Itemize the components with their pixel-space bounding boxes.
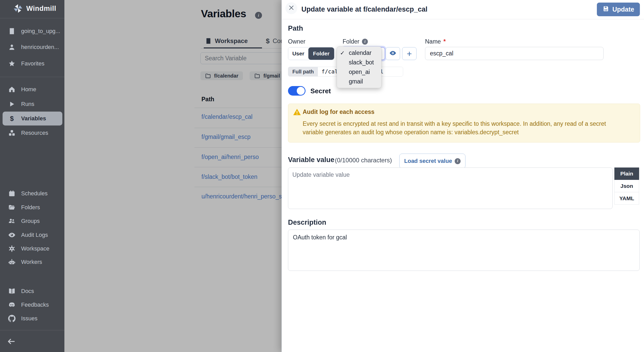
eye-icon xyxy=(389,49,396,58)
name-input[interactable] xyxy=(425,47,604,60)
variable-value-textarea[interactable] xyxy=(288,167,613,209)
gear-icon xyxy=(8,245,16,253)
path-section-heading: Path xyxy=(288,24,303,32)
sidebar-item-resources[interactable]: Resources xyxy=(3,126,62,140)
load-secret-value-button[interactable]: Load secret value i xyxy=(399,154,465,169)
warning-icon xyxy=(293,108,301,117)
owner-kind-user[interactable]: User xyxy=(288,47,308,60)
sidebar-item-docs[interactable]: Docs xyxy=(3,284,62,298)
sidebar-item-folders[interactable]: Folders xyxy=(3,200,62,214)
sidebar-item-audit-logs[interactable]: Audit Logs xyxy=(3,228,62,242)
sidebar-item-workers[interactable]: Workers xyxy=(3,255,62,269)
star-icon xyxy=(8,60,16,68)
windmill-logo[interactable]: Windmill xyxy=(0,2,64,15)
dropdown-option-open-ai[interactable]: open_ai xyxy=(337,67,381,77)
sidebar-item-workspace-settings[interactable]: Workspace xyxy=(3,242,62,256)
full-path-label: Full path xyxy=(288,67,318,76)
github-icon xyxy=(8,314,16,323)
user-icon xyxy=(8,43,16,51)
owner-kind-toggle: User Folder xyxy=(288,47,334,60)
warning-text-line2: variable generates an audit log whose op… xyxy=(303,129,519,136)
update-variable-drawer: Update variable at f/calendar/escp_cal U… xyxy=(282,0,644,352)
character-counter: (0/10000 characters) xyxy=(335,157,392,164)
save-icon xyxy=(603,5,609,14)
dropdown-option-gmail[interactable]: gmail xyxy=(337,77,381,86)
sidebar-item-schedules[interactable]: Schedules xyxy=(3,187,62,200)
close-button[interactable] xyxy=(285,2,297,14)
drawer-title: Update variable at f/calendar/escp_cal xyxy=(301,5,427,13)
eye-icon xyxy=(8,231,16,239)
dropdown-option-slack-bot[interactable]: slack_bot xyxy=(337,58,381,67)
view-folder-button[interactable] xyxy=(386,47,400,60)
required-asterisk: * xyxy=(443,38,446,45)
sidebar-item-issues[interactable]: Issues xyxy=(3,312,62,325)
variable-value-heading: Variable value xyxy=(288,156,334,164)
book-icon xyxy=(8,287,16,295)
dropdown-option-calendar[interactable]: ✓ calendar xyxy=(337,48,381,58)
plus-icon: + xyxy=(407,49,412,58)
secret-toggle[interactable] xyxy=(288,86,306,96)
folder-label: Folder i xyxy=(343,38,368,45)
building-icon xyxy=(8,27,16,35)
format-tabs: Plain Json YAML xyxy=(614,167,639,205)
add-folder-button[interactable]: + xyxy=(402,47,417,60)
format-tab-plain[interactable]: Plain xyxy=(614,167,639,180)
sidebar-item-groups[interactable]: Groups xyxy=(3,214,62,228)
update-button[interactable]: Update xyxy=(597,3,640,16)
home-icon xyxy=(8,85,16,94)
description-heading: Description xyxy=(288,219,326,227)
sidebar-item-feedbacks[interactable]: Feedbacks xyxy=(3,298,62,312)
arrow-left-icon xyxy=(7,337,16,347)
secret-label: Secret xyxy=(310,87,331,95)
load-secret-info-icon: i xyxy=(455,158,461,164)
check-icon: ✓ xyxy=(340,50,345,56)
sidebar-item-variables[interactable]: $ Variables xyxy=(3,112,62,125)
format-tab-json[interactable]: Json xyxy=(614,180,639,192)
sidebar: Windmill going_to_upg... henricourden...… xyxy=(0,0,64,352)
sidebar-item-workspace-switcher[interactable]: going_to_upg... xyxy=(3,24,62,38)
robot-icon xyxy=(8,258,16,266)
toggle-knob xyxy=(297,87,305,95)
folder-dropdown: ✓ calendar slack_bot open_ai gmail xyxy=(337,46,382,88)
discord-icon xyxy=(8,301,16,309)
app-name: Windmill xyxy=(26,5,56,13)
collapse-sidebar-button[interactable] xyxy=(4,335,19,349)
users-gear-icon xyxy=(8,217,16,225)
owner-kind-folder[interactable]: Folder xyxy=(308,47,334,60)
owner-label: Owner xyxy=(288,38,306,45)
name-label: Name * xyxy=(425,38,446,45)
format-tab-yaml[interactable]: YAML xyxy=(614,192,639,205)
close-icon xyxy=(288,5,294,12)
drawer-header: Update variable at f/calendar/escp_cal U… xyxy=(282,0,644,19)
description-textarea[interactable]: OAuth token for gcal xyxy=(288,230,640,271)
play-icon xyxy=(8,100,16,108)
secret-warning-box: Audit log for each access Every secret i… xyxy=(288,104,640,143)
warning-text-line1: Every secret is encrypted at rest and in… xyxy=(303,120,606,127)
sidebar-item-runs[interactable]: Runs xyxy=(3,97,62,111)
screen: Variables i Workspace $ Contextual i f/c… xyxy=(0,0,644,352)
calendar-icon xyxy=(8,189,16,198)
cubes-icon xyxy=(8,129,16,137)
warning-title: Audit log for each access xyxy=(303,108,375,115)
dollar-icon: $ xyxy=(8,114,16,123)
windmill-pinwheel-icon xyxy=(13,4,23,13)
workspace-name: going_to_upg... xyxy=(21,28,60,35)
folder-open-icon xyxy=(8,203,16,212)
sidebar-item-home[interactable]: Home xyxy=(3,82,62,96)
sidebar-item-user[interactable]: henricourden... xyxy=(3,40,62,54)
username: henricourden... xyxy=(21,44,59,51)
folder-info-icon[interactable]: i xyxy=(362,39,368,45)
sidebar-item-favorites[interactable]: Favorites xyxy=(3,57,62,71)
